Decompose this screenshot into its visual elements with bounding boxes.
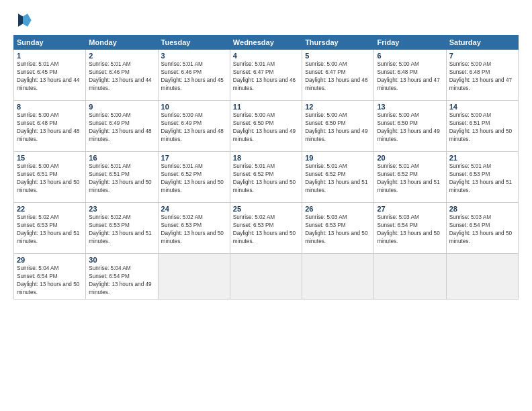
- logo: [13, 11, 34, 30]
- day-number: 24: [161, 205, 227, 213]
- day-info: Sunrise: 5:02 AMSunset: 6:53 PMDaylight:…: [89, 214, 154, 246]
- calendar-cell: [230, 254, 302, 300]
- day-number: 18: [233, 154, 299, 162]
- calendar-cell: 11Sunrise: 5:00 AMSunset: 6:50 PMDayligh…: [230, 101, 302, 152]
- svg-marker-1: [18, 13, 23, 27]
- day-info: Sunrise: 5:01 AMSunset: 6:51 PMDaylight:…: [89, 163, 154, 195]
- calendar-cell: 15Sunrise: 5:00 AMSunset: 6:51 PMDayligh…: [14, 152, 86, 203]
- calendar-cell: 5Sunrise: 5:00 AMSunset: 6:47 PMDaylight…: [302, 50, 374, 101]
- calendar-cell: 21Sunrise: 5:01 AMSunset: 6:53 PMDayligh…: [446, 152, 518, 203]
- header: [13, 11, 519, 30]
- day-number: 14: [449, 103, 515, 111]
- day-number: 1: [17, 52, 83, 60]
- day-info: Sunrise: 5:01 AMSunset: 6:46 PMDaylight:…: [161, 60, 227, 93]
- calendar-cell: 4Sunrise: 5:01 AMSunset: 6:47 PMDaylight…: [230, 50, 302, 101]
- day-info: Sunrise: 5:01 AMSunset: 6:52 PMDaylight:…: [305, 163, 371, 195]
- calendar-cell: 25Sunrise: 5:02 AMSunset: 6:53 PMDayligh…: [230, 203, 302, 254]
- weekday-header: Tuesday: [158, 36, 230, 50]
- day-info: Sunrise: 5:00 AMSunset: 6:48 PMDaylight:…: [17, 111, 83, 144]
- day-info: Sunrise: 5:01 AMSunset: 6:52 PMDaylight:…: [377, 163, 443, 195]
- calendar-cell: 8Sunrise: 5:00 AMSunset: 6:48 PMDaylight…: [14, 101, 86, 152]
- calendar-cell: 26Sunrise: 5:03 AMSunset: 6:53 PMDayligh…: [302, 203, 374, 254]
- day-number: 3: [161, 52, 227, 60]
- day-info: Sunrise: 5:00 AMSunset: 6:49 PMDaylight:…: [161, 111, 227, 144]
- calendar-week-row: 15Sunrise: 5:00 AMSunset: 6:51 PMDayligh…: [14, 152, 519, 203]
- weekday-header: Sunday: [14, 36, 86, 50]
- calendar-cell: 17Sunrise: 5:01 AMSunset: 6:52 PMDayligh…: [158, 152, 230, 203]
- day-number: 20: [377, 154, 443, 162]
- day-info: Sunrise: 5:00 AMSunset: 6:51 PMDaylight:…: [449, 111, 515, 144]
- calendar-cell: 13Sunrise: 5:00 AMSunset: 6:50 PMDayligh…: [374, 101, 446, 152]
- day-info: Sunrise: 5:03 AMSunset: 6:54 PMDaylight:…: [449, 214, 515, 246]
- day-info: Sunrise: 5:00 AMSunset: 6:50 PMDaylight:…: [233, 111, 299, 144]
- day-info: Sunrise: 5:02 AMSunset: 6:53 PMDaylight:…: [161, 214, 227, 246]
- day-number: 19: [305, 154, 371, 162]
- day-number: 22: [17, 205, 83, 213]
- calendar-cell: 30Sunrise: 5:04 AMSunset: 6:54 PMDayligh…: [86, 254, 158, 300]
- calendar-week-row: 29Sunrise: 5:04 AMSunset: 6:54 PMDayligh…: [14, 254, 519, 300]
- day-number: 27: [377, 205, 443, 213]
- day-info: Sunrise: 5:00 AMSunset: 6:48 PMDaylight:…: [449, 60, 515, 93]
- weekday-header: Wednesday: [230, 36, 302, 50]
- day-info: Sunrise: 5:01 AMSunset: 6:45 PMDaylight:…: [17, 60, 83, 93]
- page: SundayMondayTuesdayWednesdayThursdayFrid…: [0, 0, 532, 411]
- day-number: 10: [161, 103, 227, 111]
- calendar-cell: 28Sunrise: 5:03 AMSunset: 6:54 PMDayligh…: [446, 203, 518, 254]
- day-number: 7: [449, 52, 515, 60]
- calendar-cell: [158, 254, 230, 300]
- calendar-week-row: 1Sunrise: 5:01 AMSunset: 6:45 PMDaylight…: [14, 50, 519, 101]
- day-number: 23: [89, 205, 154, 213]
- calendar-cell: 19Sunrise: 5:01 AMSunset: 6:52 PMDayligh…: [302, 152, 374, 203]
- calendar-cell: [446, 254, 518, 300]
- day-number: 6: [377, 52, 443, 60]
- calendar-cell: 29Sunrise: 5:04 AMSunset: 6:54 PMDayligh…: [14, 254, 86, 300]
- day-info: Sunrise: 5:04 AMSunset: 6:54 PMDaylight:…: [89, 265, 154, 297]
- weekday-header: Saturday: [446, 36, 518, 50]
- day-info: Sunrise: 5:00 AMSunset: 6:48 PMDaylight:…: [377, 60, 443, 93]
- day-info: Sunrise: 5:01 AMSunset: 6:46 PMDaylight:…: [89, 60, 154, 93]
- day-number: 11: [233, 103, 299, 111]
- day-info: Sunrise: 5:00 AMSunset: 6:47 PMDaylight:…: [305, 60, 371, 93]
- calendar-cell: 6Sunrise: 5:00 AMSunset: 6:48 PMDaylight…: [374, 50, 446, 101]
- day-number: 26: [305, 205, 371, 213]
- calendar-cell: 16Sunrise: 5:01 AMSunset: 6:51 PMDayligh…: [86, 152, 158, 203]
- day-info: Sunrise: 5:02 AMSunset: 6:53 PMDaylight:…: [17, 214, 83, 246]
- day-info: Sunrise: 5:00 AMSunset: 6:51 PMDaylight:…: [17, 163, 83, 195]
- day-number: 29: [17, 256, 83, 264]
- day-info: Sunrise: 5:00 AMSunset: 6:50 PMDaylight:…: [305, 111, 371, 144]
- calendar-week-row: 8Sunrise: 5:00 AMSunset: 6:48 PMDaylight…: [14, 101, 519, 152]
- day-number: 5: [305, 52, 371, 60]
- calendar-cell: 20Sunrise: 5:01 AMSunset: 6:52 PMDayligh…: [374, 152, 446, 203]
- day-number: 28: [449, 205, 515, 213]
- day-info: Sunrise: 5:01 AMSunset: 6:53 PMDaylight:…: [449, 163, 515, 195]
- day-info: Sunrise: 5:02 AMSunset: 6:53 PMDaylight:…: [233, 214, 299, 246]
- weekday-header: Thursday: [302, 36, 374, 50]
- calendar-cell: [302, 254, 374, 300]
- day-number: 21: [449, 154, 515, 162]
- day-number: 8: [17, 103, 83, 111]
- calendar-body: 1Sunrise: 5:01 AMSunset: 6:45 PMDaylight…: [14, 50, 519, 300]
- weekday-header: Friday: [374, 36, 446, 50]
- day-number: 12: [305, 103, 371, 111]
- calendar-cell: 27Sunrise: 5:03 AMSunset: 6:54 PMDayligh…: [374, 203, 446, 254]
- calendar-cell: 3Sunrise: 5:01 AMSunset: 6:46 PMDaylight…: [158, 50, 230, 101]
- day-number: 25: [233, 205, 299, 213]
- day-number: 13: [377, 103, 443, 111]
- calendar-week-row: 22Sunrise: 5:02 AMSunset: 6:53 PMDayligh…: [14, 203, 519, 254]
- day-number: 9: [89, 103, 154, 111]
- calendar-cell: 22Sunrise: 5:02 AMSunset: 6:53 PMDayligh…: [14, 203, 86, 254]
- logo-icon: [13, 11, 32, 30]
- calendar-cell: 7Sunrise: 5:00 AMSunset: 6:48 PMDaylight…: [446, 50, 518, 101]
- calendar-cell: 10Sunrise: 5:00 AMSunset: 6:49 PMDayligh…: [158, 101, 230, 152]
- day-info: Sunrise: 5:04 AMSunset: 6:54 PMDaylight:…: [17, 265, 83, 297]
- day-number: 4: [233, 52, 299, 60]
- day-info: Sunrise: 5:03 AMSunset: 6:53 PMDaylight:…: [305, 214, 371, 246]
- day-info: Sunrise: 5:00 AMSunset: 6:49 PMDaylight:…: [89, 111, 154, 144]
- calendar-header-row: SundayMondayTuesdayWednesdayThursdayFrid…: [14, 36, 519, 50]
- day-number: 15: [17, 154, 83, 162]
- day-number: 17: [161, 154, 227, 162]
- calendar-cell: 2Sunrise: 5:01 AMSunset: 6:46 PMDaylight…: [86, 50, 158, 101]
- calendar-cell: 12Sunrise: 5:00 AMSunset: 6:50 PMDayligh…: [302, 101, 374, 152]
- day-number: 30: [89, 256, 154, 264]
- svg-marker-0: [23, 13, 32, 27]
